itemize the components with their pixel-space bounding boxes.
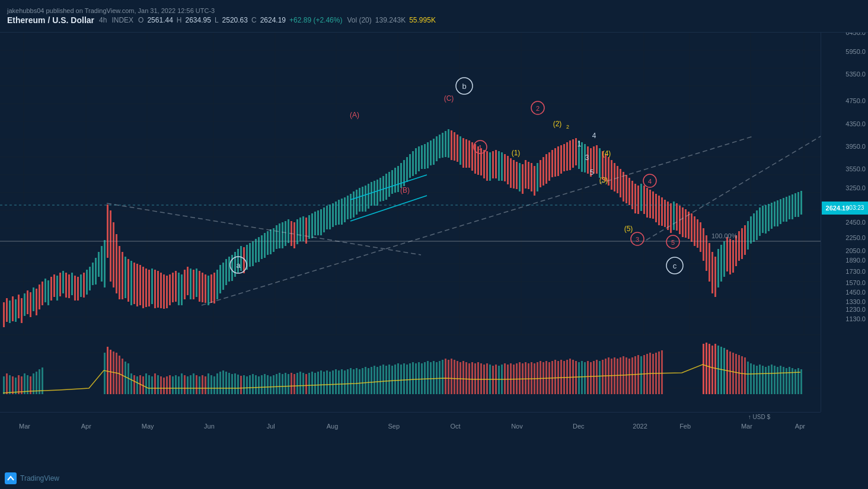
svg-rect-527 xyxy=(605,359,607,394)
svg-rect-108 xyxy=(213,273,215,303)
svg-rect-539 xyxy=(640,356,642,394)
svg-rect-483 xyxy=(474,363,476,394)
svg-rect-284 xyxy=(735,235,737,266)
svg-rect-369 xyxy=(136,376,138,394)
svg-rect-186 xyxy=(445,131,446,157)
svg-rect-158 xyxy=(362,187,363,212)
svg-rect-56 xyxy=(59,273,61,296)
svg-rect-505 xyxy=(540,361,541,394)
svg-rect-98 xyxy=(184,270,186,299)
svg-rect-107 xyxy=(210,274,212,303)
svg-rect-183 xyxy=(436,136,438,161)
svg-rect-364 xyxy=(122,359,123,394)
svg-rect-254 xyxy=(646,188,648,218)
svg-rect-365 xyxy=(125,362,126,394)
svg-rect-78 xyxy=(125,257,126,298)
svg-rect-97 xyxy=(181,274,183,305)
svg-text:(2): (2) xyxy=(553,120,562,128)
svg-rect-303 xyxy=(792,194,793,219)
svg-rect-44 xyxy=(24,293,25,316)
svg-rect-105 xyxy=(205,274,206,303)
svg-rect-278 xyxy=(717,249,719,287)
svg-rect-184 xyxy=(439,135,441,158)
svg-rect-207 xyxy=(507,156,509,184)
svg-rect-442 xyxy=(353,369,355,394)
svg-rect-453 xyxy=(385,366,387,394)
svg-rect-346 xyxy=(9,375,11,394)
svg-text:2: 2 xyxy=(566,124,569,130)
svg-rect-81 xyxy=(133,263,135,304)
svg-rect-71 xyxy=(104,240,106,287)
svg-rect-443 xyxy=(356,368,358,394)
svg-rect-194 xyxy=(468,140,470,168)
svg-rect-552 xyxy=(717,346,719,394)
svg-rect-209 xyxy=(513,160,515,188)
svg-rect-454 xyxy=(388,365,390,394)
svg-rect-416 xyxy=(276,374,277,394)
svg-rect-245 xyxy=(620,169,621,197)
publisher-line: jakehubbs04 published on TradingView.com… xyxy=(7,7,215,14)
svg-rect-147 xyxy=(329,204,331,229)
svg-rect-431 xyxy=(320,370,322,394)
svg-rect-203 xyxy=(495,150,497,178)
svg-rect-70 xyxy=(101,246,103,282)
svg-rect-49 xyxy=(39,285,40,309)
svg-rect-149 xyxy=(335,202,337,225)
svg-rect-154 xyxy=(350,194,352,219)
chart-svg: b (C) (A) (B) 2 1 (1) (2) 2 4 1 (4) 3 (3… xyxy=(0,33,821,412)
svg-rect-458 xyxy=(400,365,402,394)
svg-rect-266 xyxy=(682,207,684,237)
svg-rect-192 xyxy=(462,138,464,168)
svg-text:(1): (1) xyxy=(512,149,521,157)
current-price-time: 03:23 xyxy=(849,204,864,211)
svg-rect-384 xyxy=(181,373,183,394)
price-3250: 3250.0 xyxy=(845,184,866,191)
svg-rect-525 xyxy=(599,361,601,394)
svg-rect-410 xyxy=(258,376,260,394)
svg-rect-230 xyxy=(575,138,577,165)
svg-rect-131 xyxy=(282,222,283,248)
svg-rect-379 xyxy=(166,376,168,394)
svg-rect-179 xyxy=(424,144,426,169)
svg-rect-101 xyxy=(193,270,194,299)
svg-rect-432 xyxy=(323,372,325,394)
svg-rect-89 xyxy=(157,271,159,308)
svg-rect-269 xyxy=(691,213,693,242)
svg-rect-39 xyxy=(9,301,11,323)
svg-rect-259 xyxy=(661,197,663,226)
svg-rect-279 xyxy=(720,245,722,282)
svg-rect-577 xyxy=(792,368,793,394)
svg-rect-295 xyxy=(768,204,770,231)
svg-rect-306 xyxy=(800,191,802,215)
svg-rect-515 xyxy=(569,359,571,394)
svg-rect-127 xyxy=(270,229,272,254)
svg-rect-171 xyxy=(400,163,402,188)
svg-rect-166 xyxy=(385,174,387,200)
svg-rect-76 xyxy=(119,246,120,299)
svg-text:(C): (C) xyxy=(444,94,454,103)
svg-rect-444 xyxy=(359,369,360,394)
symbol-name: Ethereum / U.S. Dollar xyxy=(7,15,94,25)
svg-rect-471 xyxy=(439,361,441,394)
svg-rect-121 xyxy=(252,241,254,266)
svg-rect-469 xyxy=(433,361,435,394)
svg-rect-120 xyxy=(249,243,251,267)
time-dec: Dec xyxy=(573,423,585,430)
svg-rect-385 xyxy=(184,375,186,394)
svg-rect-43 xyxy=(21,298,23,323)
svg-text:5: 5 xyxy=(671,239,675,246)
timeframe: 4h xyxy=(99,16,107,24)
svg-rect-474 xyxy=(448,360,449,394)
volume-line: Vol (20) 139.243K 55.995K xyxy=(347,16,435,24)
svg-rect-298 xyxy=(777,200,778,226)
symbol-info: jakehubbs04 published on TradingView.com… xyxy=(7,7,436,25)
svg-rect-472 xyxy=(442,360,443,394)
svg-rect-257 xyxy=(655,194,657,222)
svg-rect-84 xyxy=(142,267,144,308)
svg-rect-243 xyxy=(614,163,615,191)
svg-rect-482 xyxy=(471,362,473,394)
svg-rect-300 xyxy=(783,198,784,222)
svg-rect-569 xyxy=(768,366,770,394)
svg-rect-403 xyxy=(237,375,239,394)
svg-rect-436 xyxy=(335,369,337,394)
